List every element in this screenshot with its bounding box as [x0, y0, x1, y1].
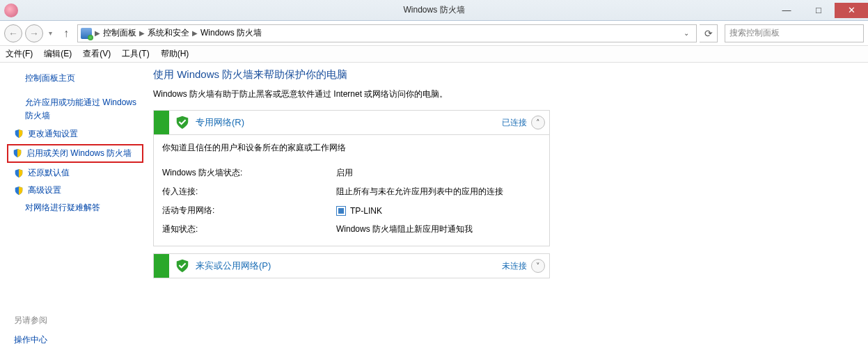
breadcrumb-leaf[interactable]: Windows 防火墙 [200, 27, 262, 39]
kv-key: 传入连接: [162, 186, 336, 198]
close-button[interactable]: ✕ [835, 3, 868, 18]
see-also-heading: 另请参阅 [14, 315, 148, 326]
breadcrumb: ▶ 控制面板 ▶ 系统和安全 ▶ Windows 防火墙 [95, 27, 262, 39]
kv-incoming: 传入连接: 阻止所有与未在允许应用列表中的应用的连接 [162, 182, 541, 201]
sidebar-label: 启用或关闭 Windows 防火墙 [26, 147, 132, 160]
private-network-status: 已连接 [502, 117, 531, 129]
sidebar-control-panel-home[interactable]: 控制面板主页 [0, 70, 148, 87]
kv-key: 通知状态: [162, 223, 336, 235]
network-device-icon [336, 206, 346, 216]
kv-key: 活动专用网络: [162, 205, 336, 216]
kv-val: 阻止所有与未在允许应用列表中的应用的连接 [336, 186, 503, 198]
up-button[interactable]: ↑ [58, 25, 74, 42]
navigation-bar: ← → ▾ ↑ ▶ 控制面板 ▶ 系统和安全 ▶ Windows 防火墙 ⌄ ⟳… [0, 21, 868, 46]
chevron-right-icon: ▶ [192, 29, 198, 37]
minimize-button[interactable]: — [771, 3, 803, 18]
page-intro: Windows 防火墙有助于防止黑客或恶意软件通过 Internet 或网络访问… [153, 88, 854, 100]
kv-val: 启用 [336, 167, 353, 179]
sidebar-advanced[interactable]: 高级设置 [0, 182, 148, 199]
sidebar-label: 控制面板主页 [25, 72, 75, 85]
window-buttons: — □ ✕ [771, 3, 868, 18]
shield-check-icon [175, 258, 190, 274]
public-network-title: 来宾或公用网络(P) [196, 260, 271, 272]
sidebar-change-notify[interactable]: 更改通知设置 [0, 125, 148, 143]
menu-help[interactable]: 帮助(H) [161, 48, 189, 60]
refresh-button[interactable]: ⟳ [700, 24, 718, 42]
search-placeholder: 搜索控制面板 [729, 27, 780, 39]
menu-tools[interactable]: 工具(T) [122, 48, 149, 60]
address-bar[interactable]: ▶ 控制面板 ▶ 系统和安全 ▶ Windows 防火墙 ⌄ [77, 24, 697, 42]
private-network-desc: 你知道且信任的用户和设备所在的家庭或工作网络 [162, 142, 541, 154]
menu-file[interactable]: 文件(F) [6, 48, 33, 60]
shield-icon [14, 186, 24, 196]
main-content: 使用 Windows 防火墙来帮助保护你的电脑 Windows 防火墙有助于防止… [148, 63, 868, 348]
maximize-button[interactable]: □ [803, 3, 835, 18]
private-network-header[interactable]: 专用网络(R) 已连接 ˄ [154, 111, 549, 134]
page-heading: 使用 Windows 防火墙来帮助保护你的电脑 [153, 68, 854, 81]
kv-notify: 通知状态: Windows 防火墙阻止新应用时通知我 [162, 220, 541, 239]
kv-val: Windows 防火墙阻止新应用时通知我 [336, 223, 473, 235]
public-network-header[interactable]: 来宾或公用网络(P) 未连接 ˅ [154, 254, 549, 278]
chevron-right-icon: ▶ [139, 29, 145, 37]
shield-icon [13, 148, 22, 158]
sidebar-troubleshoot[interactable]: 对网络进行疑难解答 [0, 199, 148, 216]
forward-button[interactable]: → [25, 24, 43, 42]
shield-icon [14, 129, 24, 139]
sidebar-toggle-firewall[interactable]: 启用或关闭 Windows 防火墙 [7, 144, 143, 163]
public-network-status: 未连接 [502, 260, 531, 272]
sidebar-restore-default[interactable]: 还原默认值 [0, 164, 148, 182]
link-action-center[interactable]: 操作中心 [14, 332, 148, 348]
sidebar-see-also: 另请参阅 操作中心 网络和共享中心 [0, 315, 148, 349]
shield-check-icon [175, 115, 190, 130]
history-dropdown[interactable]: ▾ [46, 29, 55, 37]
shield-icon [14, 168, 24, 178]
address-dropdown[interactable]: ⌄ [679, 29, 693, 37]
body: 控制面板主页 允许应用或功能通过 Windows 防火墙 更改通知设置 启用或关… [0, 63, 868, 348]
chevron-up-icon[interactable]: ˄ [531, 116, 545, 129]
status-bar-green [154, 254, 169, 278]
back-button[interactable]: ← [4, 24, 22, 42]
kv-active-net: 活动专用网络: TP-LINK [162, 201, 541, 220]
breadcrumb-root[interactable]: 控制面板 [103, 27, 136, 39]
kv-key: Windows 防火墙状态: [162, 167, 336, 179]
breadcrumb-mid[interactable]: 系统和安全 [148, 27, 189, 39]
active-network-name: TP-LINK [350, 206, 382, 216]
chevron-down-icon[interactable]: ˅ [531, 259, 545, 273]
kv-state: Windows 防火墙状态: 启用 [162, 164, 541, 182]
menu-view[interactable]: 查看(V) [83, 48, 111, 60]
menu-edit[interactable]: 编辑(E) [44, 48, 72, 60]
private-network-body: 你知道且信任的用户和设备所在的家庭或工作网络 Windows 防火墙状态: 启用… [154, 134, 549, 246]
search-input[interactable]: 搜索控制面板 [725, 24, 864, 42]
kv-val: TP-LINK [336, 205, 382, 216]
status-bar-green [154, 111, 169, 134]
private-network-panel: 专用网络(R) 已连接 ˄ 你知道且信任的用户和设备所在的家庭或工作网络 Win… [153, 110, 550, 246]
sidebar: 控制面板主页 允许应用或功能通过 Windows 防火墙 更改通知设置 启用或关… [0, 63, 148, 348]
sidebar-label: 对网络进行疑难解答 [25, 201, 100, 214]
app-icon [4, 3, 18, 17]
sidebar-label: 还原默认值 [28, 166, 70, 180]
sidebar-allow-app[interactable]: 允许应用或功能通过 Windows 防火墙 [0, 94, 148, 125]
control-panel-icon [81, 28, 92, 39]
public-network-panel: 来宾或公用网络(P) 未连接 ˅ [153, 253, 550, 278]
sidebar-label: 高级设置 [28, 184, 61, 197]
window-title: Windows 防火墙 [403, 4, 464, 16]
private-network-title: 专用网络(R) [196, 116, 244, 129]
window-titlebar: Windows 防火墙 — □ ✕ [0, 0, 868, 21]
menu-bar: 文件(F) 编辑(E) 查看(V) 工具(T) 帮助(H) [0, 46, 868, 63]
sidebar-label: 更改通知设置 [28, 127, 78, 141]
sidebar-label: 允许应用或功能通过 Windows 防火墙 [25, 96, 142, 122]
chevron-right-icon: ▶ [95, 29, 100, 37]
